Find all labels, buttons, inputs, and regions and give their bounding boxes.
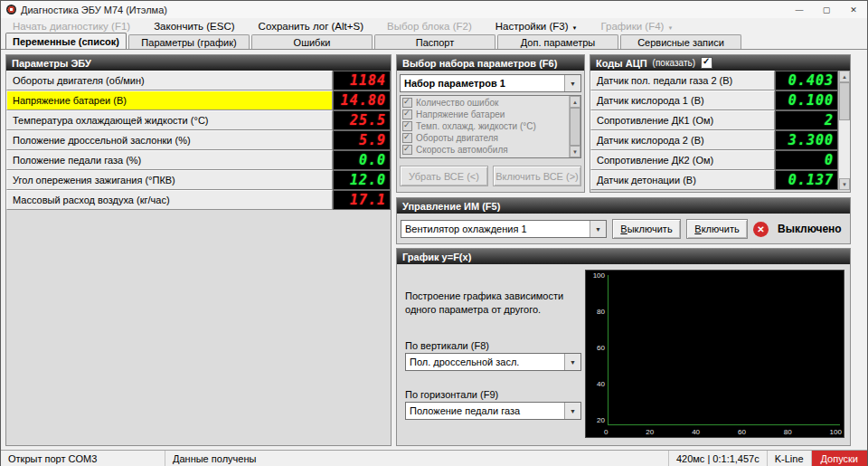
adc-row-label: Датчик кислорода 1 (В): [590, 90, 775, 110]
chart-plot-area: [608, 275, 840, 425]
chevron-down-icon: [571, 21, 577, 32]
menu-label: Сохранить лог (Alt+S): [259, 21, 363, 32]
tab-parameters-graph[interactable]: Параметры (график): [128, 34, 250, 49]
graph-horizontal-dropdown[interactable]: Положение педали газа: [405, 402, 581, 420]
ecu-param-row[interactable]: Угол опережения зажигания (°ПКВ) 12.0: [6, 170, 391, 190]
actuator-on-button[interactable]: Включить: [686, 219, 748, 239]
adc-row-value: 2: [825, 114, 834, 128]
menu-graphs: Графики (F4): [589, 18, 684, 34]
scroll-up-icon[interactable]: [839, 71, 850, 82]
adc-row[interactable]: Датчик кислорода 2 (В) 3.300: [590, 130, 838, 150]
x-tick: 0: [604, 428, 608, 436]
menu-label: Настройки (F3): [495, 21, 569, 32]
param-checklist-item[interactable]: Обороты двигателя: [402, 132, 567, 144]
ecu-param-row[interactable]: Температура охлаждающей жидкости (°C) 25…: [6, 110, 391, 130]
param-checklist-item[interactable]: Количество ошибок: [402, 97, 567, 109]
y-tick: 80: [597, 308, 605, 316]
actuator-header: Управление ИМ (F5): [397, 198, 850, 214]
tab-variables-list[interactable]: Переменные (список): [5, 33, 127, 49]
adc-show-checkbox[interactable]: [701, 57, 712, 69]
tab-extra-parameters[interactable]: Доп. параметры: [497, 34, 618, 49]
ecu-param-row[interactable]: Обороты двигателя (об/мин) 1184: [6, 71, 391, 90]
ecu-param-value: 14.80: [341, 94, 386, 108]
maximize-button[interactable]: ▢: [813, 1, 840, 18]
app-window: Диагностика ЭБУ М74 (Итэлма) — ▢ ✕ Начат…: [0, 0, 868, 466]
ecu-param-label: Угол опережения зажигания (°ПКВ): [6, 170, 333, 190]
adc-row-display: 0.100: [775, 90, 838, 110]
adc-row-label: Датчик кислорода 2 (В): [590, 130, 775, 150]
ecu-param-value: 1184: [350, 74, 386, 88]
panel-title: График y=F(x): [402, 252, 471, 262]
close-button[interactable]: ✕: [840, 1, 867, 18]
param-checklist-scrollbar[interactable]: [569, 96, 580, 157]
param-checklist: Количество ошибок Напряжение батареи Тем…: [400, 95, 581, 158]
graph-description: Построение графика зависимости одного па…: [405, 290, 577, 317]
scroll-down-icon[interactable]: [839, 178, 850, 190]
app-icon: [6, 5, 16, 14]
menu-finish[interactable]: Закончить (ESC): [142, 18, 246, 34]
ecu-param-row[interactable]: Положение дроссельной заслонки (%) 5.9: [6, 130, 391, 150]
param-checklist-label: Обороты двигателя: [416, 133, 498, 143]
scrollbar-thumb[interactable]: [570, 108, 580, 146]
menu-label: Графики (F4): [600, 21, 664, 32]
menu-save-log[interactable]: Сохранить лог (Alt+S): [247, 18, 375, 34]
param-checklist-item[interactable]: Напряжение батареи: [402, 109, 567, 120]
x-tick: 40: [692, 428, 700, 436]
ecu-param-value: 0.0: [359, 154, 386, 167]
scrollbar-thumb[interactable]: [839, 82, 850, 120]
param-checklist-item[interactable]: Темп. охлажд. жидкости (°C): [402, 120, 567, 132]
minimize-button[interactable]: —: [786, 1, 813, 18]
checkbox-icon: [402, 145, 412, 155]
tab-passport[interactable]: Паспорт: [374, 34, 495, 49]
chevron-down-icon[interactable]: [564, 354, 580, 370]
actuator-dropdown[interactable]: Вентилятор охлаждения 1: [401, 220, 607, 238]
ecu-param-row-selected[interactable]: Напряжение батареи (В) 14.80: [6, 90, 391, 110]
checkbox-icon: [402, 98, 412, 108]
chevron-down-icon[interactable]: [564, 75, 580, 91]
panel-title: Выбор набора параметров (F6): [402, 58, 557, 69]
x-tick: 100: [830, 428, 842, 436]
tab-errors[interactable]: Ошибки: [251, 34, 373, 49]
status-bar: Открыт порт COM3 Данные получены 420мс |…: [1, 450, 867, 466]
actuator-dropdown-value: Вентилятор охлаждения 1: [401, 223, 590, 234]
adc-codes-header: Коды АЦП (показать): [590, 55, 850, 71]
graph-vertical-dropdown[interactable]: Пол. дроссельной засл.: [405, 353, 581, 371]
param-checklist-item[interactable]: Скорость автомобиля: [402, 144, 567, 156]
button-label: Выключить: [620, 223, 672, 234]
adc-row[interactable]: Сопротивление ДК2 (Ом) 0: [590, 150, 838, 170]
chart-x-axis: 0 20 40 60 80 100: [604, 428, 842, 436]
adc-row[interactable]: Сопротивление ДК1 (Ом) 2: [590, 110, 838, 130]
adc-row-display: 3.300: [775, 130, 838, 150]
title-bar: Диагностика ЭБУ М74 (Итэлма) — ▢ ✕: [1, 1, 867, 19]
tolerances-button[interactable]: Допуски: [812, 451, 867, 466]
tab-service-records[interactable]: Сервисные записи: [620, 34, 741, 49]
status-protocol: K-Line: [768, 453, 811, 464]
adc-row[interactable]: Датчик пол. педали газа 2 (В) 0.403: [590, 71, 838, 90]
ecu-param-row[interactable]: Положение педали газа (%) 0.0: [6, 150, 391, 170]
ecu-param-value: 17.1: [350, 194, 386, 207]
adc-row[interactable]: Датчик кислорода 1 (В) 0.100: [590, 90, 838, 110]
actuator-off-button[interactable]: Выключить: [612, 219, 681, 239]
window-title: Диагностика ЭБУ М74 (Итэлма): [21, 5, 786, 15]
checkbox-icon: [402, 109, 412, 119]
adc-scrollbar[interactable]: [838, 71, 850, 190]
ecu-param-display: 1184: [333, 71, 391, 90]
ecu-param-display: 14.80: [333, 90, 391, 110]
param-set-dropdown[interactable]: Набор параметров 1: [400, 74, 581, 92]
button-label: Включить: [694, 223, 739, 234]
button-label: Убрать ВСЕ (<): [409, 171, 479, 182]
graph-header: График y=F(x): [397, 249, 850, 264]
scroll-up-icon[interactable]: [570, 96, 580, 108]
scroll-down-icon[interactable]: [570, 146, 580, 157]
ecu-param-row[interactable]: Массовый расход воздуха (кг/час) 17.1: [6, 190, 391, 210]
window-controls: — ▢ ✕: [786, 1, 867, 18]
graph-vertical-label: По вертикали (F8): [405, 340, 489, 351]
adc-row[interactable]: Датчик детонации (В) 0.137: [590, 170, 838, 190]
chevron-down-icon[interactable]: [590, 221, 606, 237]
ecu-param-display: 12.0: [333, 170, 391, 190]
adc-row-display: 0.137: [775, 170, 838, 190]
chevron-down-icon: [667, 21, 673, 32]
x-tick: 20: [646, 428, 654, 436]
menu-settings[interactable]: Настройки (F3): [484, 18, 590, 34]
chevron-down-icon[interactable]: [564, 403, 580, 419]
